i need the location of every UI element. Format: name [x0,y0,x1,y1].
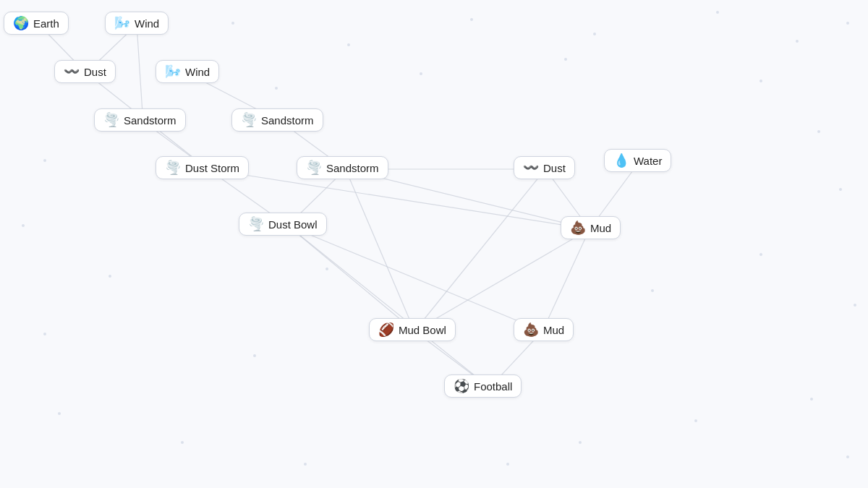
mudbowl-icon: 🏈 [378,323,394,336]
water-icon: 💧 [613,154,629,167]
sandstorm2-icon: 🌪️ [241,114,257,127]
node-football[interactable]: ⚽Football [444,374,522,398]
node-mud1[interactable]: 💩Mud [561,216,621,239]
node-mud2[interactable]: 💩Mud [514,318,574,341]
connection-lines [0,0,868,488]
dustbowl-icon: 🌪️ [248,218,264,231]
svg-line-15 [288,226,542,331]
wind1-label: Wind [135,17,159,30]
dustbowl-label: Dust Bowl [268,218,318,231]
mud1-icon: 💩 [570,221,586,234]
earth-icon: 🌍 [13,17,29,30]
sandstorm1-icon: 🌪️ [103,114,119,127]
dust1-icon: 〰️ [64,65,80,78]
dust2-label: Dust [543,162,566,174]
svg-line-22 [288,226,490,388]
node-earth[interactable]: 🌍Earth [4,12,69,35]
svg-line-17 [542,229,590,331]
mud2-label: Mud [543,324,564,336]
wind1-icon: 🌬️ [114,17,130,30]
node-sandstorm1[interactable]: 🌪️Sandstorm [94,108,186,132]
node-sandstorm2[interactable]: 🌪️Sandstorm [231,108,323,132]
background-dots [0,0,868,488]
node-dust1[interactable]: 〰️Dust [54,60,116,83]
football-label: Football [474,380,512,393]
sandstorm1-label: Sandstorm [124,114,176,127]
mud2-icon: 💩 [523,323,539,336]
node-sandstorm3[interactable]: 🌪️Sandstorm [297,156,388,179]
water-label: Water [634,155,662,167]
svg-line-12 [414,169,545,331]
svg-line-16 [414,229,590,331]
node-duststorm[interactable]: 🌪️Dust Storm [156,156,249,179]
dust2-icon: 〰️ [523,161,539,174]
wind2-icon: 🌬️ [165,65,181,78]
sandstorm3-icon: 🌪️ [306,161,322,174]
duststorm-label: Dust Storm [185,162,239,174]
mud1-label: Mud [590,222,611,234]
dust1-label: Dust [84,66,106,78]
svg-line-14 [288,226,414,331]
sandstorm3-label: Sandstorm [326,162,379,174]
node-mudbowl[interactable]: 🏈Mud Bowl [369,318,456,341]
svg-line-2 [137,25,143,121]
football-icon: ⚽ [454,380,469,393]
wind2-label: Wind [185,66,210,78]
earth-label: Earth [33,17,59,30]
duststorm-icon: 🌪️ [165,161,181,174]
mudbowl-label: Mud Bowl [399,324,446,336]
node-water[interactable]: 💧Water [604,149,671,172]
node-wind1[interactable]: 🌬️Wind [105,12,169,35]
sandstorm2-label: Sandstorm [261,114,314,127]
node-dust2[interactable]: 〰️Dust [514,156,575,179]
node-dustbowl[interactable]: 🌪️Dust Bowl [239,213,327,236]
svg-line-20 [346,169,414,331]
node-wind2[interactable]: 🌬️Wind [156,60,219,83]
